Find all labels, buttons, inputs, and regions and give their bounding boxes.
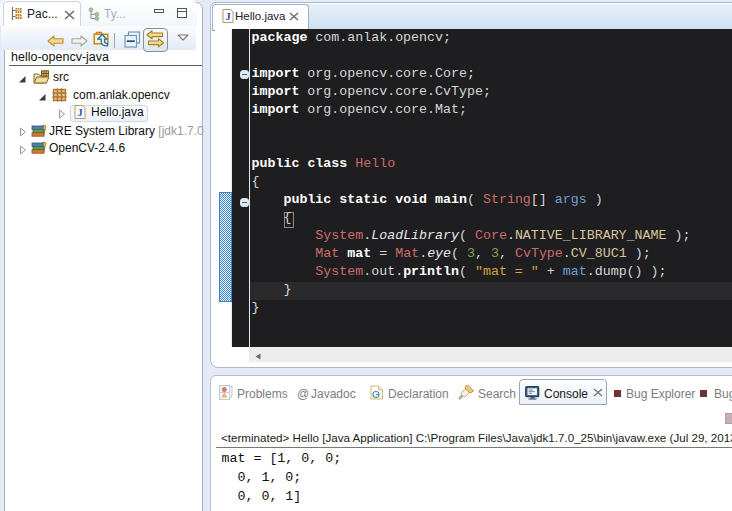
svg-text:J: J bbox=[225, 10, 231, 22]
svg-text:J: J bbox=[77, 106, 83, 118]
